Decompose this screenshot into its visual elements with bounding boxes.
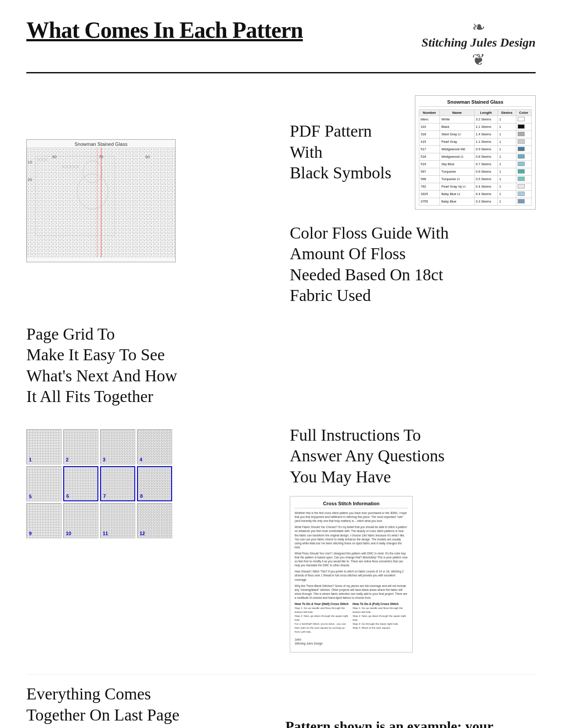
- grid-thumbnail-1: 1: [26, 429, 61, 464]
- page-grid-label: Page Grid To Make It Easy To See What's …: [26, 324, 177, 407]
- floss-length: 0.3 Skeins: [474, 198, 497, 205]
- floss-data-table: Number Name Length Skeins Color blanc Wh…: [419, 109, 532, 206]
- floss-color-swatch: [516, 130, 531, 138]
- instruction-para-4: Why Are There Blank Stitches? Some of my…: [295, 584, 408, 600]
- floss-name: Turquoise Lt: [440, 175, 474, 183]
- example-note-area: Pattern shown is an example; your patter…: [285, 684, 536, 728]
- floss-length: 2.1 Skeins: [474, 123, 497, 130]
- floss-skeins: 1: [497, 138, 516, 145]
- logo-swirl-top: ❧: [472, 19, 485, 35]
- floss-row: 519 Sky Blue 0.7 Skeins 1: [419, 160, 531, 168]
- svg-rect-0: [36, 156, 115, 235]
- floss-length: 0.4 Skeins: [474, 183, 497, 190]
- floss-name: Pearl Gray: [440, 138, 474, 145]
- page-grid-thumbnails: 1 2 3 4 5 6 7 8: [26, 429, 172, 538]
- floss-row: 310 Black 2.1 Skeins 1: [419, 123, 531, 130]
- floss-number: 415: [419, 138, 440, 145]
- grid-thumbnail-2: 2: [63, 429, 98, 464]
- floss-number: 518: [419, 153, 440, 160]
- floss-skeins: 1: [497, 198, 516, 205]
- floss-skeins: 1: [497, 153, 516, 160]
- floss-color-swatch: [516, 198, 531, 205]
- floss-skeins: 1: [497, 145, 516, 153]
- floss-name: Pearl Gray Vy Lt: [440, 183, 474, 190]
- color-block: [518, 169, 525, 174]
- full-stitch-steps: Step 1: Go up needle and floss through t…: [353, 606, 408, 630]
- floss-name: Turquoise: [440, 168, 474, 175]
- floss-row: 762 Pearl Gray Vy Lt 0.4 Skeins 1: [419, 183, 531, 190]
- cell-number: 6: [65, 493, 70, 500]
- cell-number: 5: [28, 493, 33, 500]
- floss-length: 0.9 Skeins: [474, 145, 497, 153]
- full-step-2: Step 3: Go through the lower-right hole: [353, 622, 408, 626]
- half-step-1: Step 2: Next, go down through the upper-…: [295, 614, 350, 622]
- color-block: [518, 184, 525, 188]
- floss-color-swatch: [516, 116, 531, 123]
- floss-length: 0.5 Skeins: [474, 175, 497, 183]
- instruction-para-2: What Floss Should You Use? I designed th…: [295, 551, 408, 567]
- floss-skeins: 1: [497, 190, 516, 198]
- grid-thumbnail-6: 6: [63, 466, 98, 501]
- floss-color-swatch: [516, 190, 531, 198]
- color-block: [518, 132, 525, 136]
- full-step-1: Step 2: Next, go down through the upper-…: [353, 614, 408, 622]
- floss-col-number: Number: [419, 109, 440, 116]
- floss-color-swatch: [516, 123, 531, 130]
- instructions-area: Full Instructions To Answer Any Question…: [281, 416, 536, 662]
- floss-skeins: 1: [497, 160, 516, 168]
- floss-length: 0.7 Skeins: [474, 160, 497, 168]
- instructions-label: Full Instructions To Answer Any Question…: [290, 425, 445, 488]
- floss-row: 517 Wedgewood Md 0.9 Skeins 1: [419, 145, 531, 153]
- floss-number: 3325: [419, 190, 440, 198]
- floss-color-swatch: [516, 145, 531, 153]
- stitch-svg: [27, 148, 175, 257]
- cell-number: 2: [65, 456, 70, 463]
- floss-row: 318 Steel Gray Lt 1.4 Skeins 1: [419, 130, 531, 138]
- color-block: [518, 154, 525, 159]
- page-grid-text-area: Page Grid To Make It Easy To See What's …: [26, 315, 281, 416]
- floss-number: 519: [419, 160, 440, 168]
- color-block: [518, 117, 525, 121]
- cell-number: 7: [102, 493, 107, 500]
- logo-area: ❧ Stitching Jules Design ❦: [422, 18, 536, 68]
- floss-name: Baby Blue: [440, 198, 474, 205]
- color-block: [518, 199, 525, 203]
- color-block: [518, 139, 525, 144]
- grid-thumbnail-3: 3: [100, 429, 135, 464]
- full-step-0: Step 1: Go up needle and floss through t…: [353, 606, 408, 614]
- cell-number: 11: [101, 530, 109, 537]
- grid-thumbnail-4: 4: [137, 429, 172, 464]
- grid-thumbnail-8: 8: [137, 466, 172, 501]
- full-stitch-title: How To Do A (Full) Cross Stitch: [353, 602, 408, 605]
- floss-rows: blanc White 3.2 Skeins 1 310 Black 2.1 S…: [419, 116, 531, 205]
- floss-skeins: 1: [497, 123, 516, 130]
- pdf-pattern-label: PDF Pattern With Black Symbols: [290, 121, 406, 184]
- example-note: Pattern shown is an example; your patter…: [285, 717, 536, 728]
- floss-row: 3755 Baby Blue 0.3 Skeins 1: [419, 198, 531, 205]
- floss-name: Steel Gray Lt: [440, 130, 474, 138]
- half-stitch-title: How To Do A Your (Half) Cross Stitch: [295, 602, 350, 605]
- floss-length: 0.8 Skeins: [474, 153, 497, 160]
- floss-color-swatch: [516, 138, 531, 145]
- full-stitch-col: How To Do A (Full) Cross Stitch Step 1: …: [353, 602, 408, 634]
- floss-length: 3.2 Skeins: [474, 116, 497, 123]
- floss-number: 3755: [419, 198, 440, 205]
- floss-row: 597 Turquoise 0.6 Skeins 1: [419, 168, 531, 175]
- floss-table: Snowman Stained Glass Number Name Length…: [415, 95, 536, 210]
- instructions-paragraphs: Whether this is the first cross stitch p…: [295, 511, 408, 600]
- floss-color-swatch: [516, 183, 531, 190]
- main-content: Snowman Stained Glass 60 70 80 10 20: [26, 87, 536, 662]
- stitch-guide-cols: How To Do A Your (Half) Cross Stitch Ste…: [295, 602, 408, 634]
- floss-number: 597: [419, 168, 440, 175]
- floss-color-swatch: [516, 168, 531, 175]
- floss-name: Sky Blue: [440, 160, 474, 168]
- instructions-doc-title: Cross Stitch Information: [295, 501, 408, 508]
- cell-number: 8: [139, 493, 144, 500]
- cell-number: 10: [65, 530, 72, 537]
- floss-skeins: 1: [497, 168, 516, 175]
- color-block: [518, 162, 525, 166]
- bottom-section: Everything Comes Together On Last Page W…: [26, 674, 536, 728]
- floss-number: blanc: [419, 116, 440, 123]
- color-block: [518, 192, 525, 196]
- cell-number: 12: [138, 530, 146, 537]
